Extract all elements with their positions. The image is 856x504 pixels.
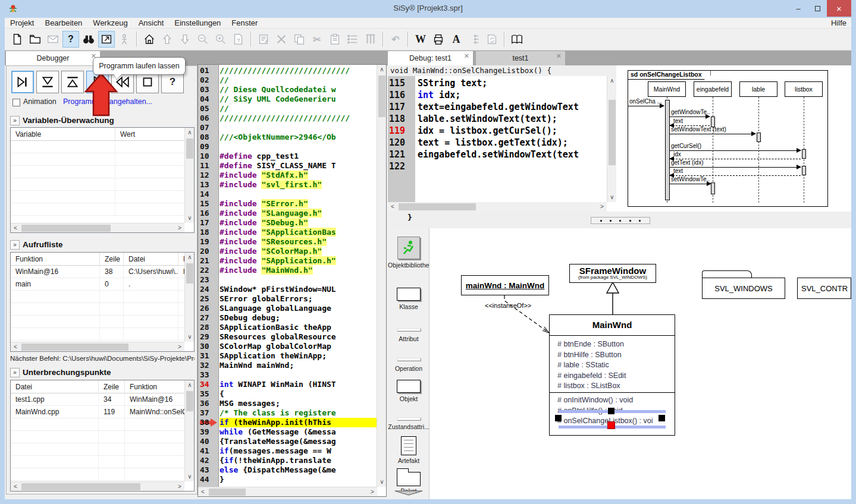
columns-icon[interactable] — [362, 31, 379, 48]
debug-code-vscrollbar[interactable]: ∧ ∨ — [607, 76, 616, 202]
line-number[interactable]: 23 — [198, 275, 217, 285]
menu-item-bearbeiten[interactable]: Bearbeiten — [39, 18, 87, 27]
line-number[interactable]: 03 — [198, 85, 217, 94]
class-operation[interactable]: # onInitWindow() : void — [557, 396, 633, 404]
column-header[interactable]: Variable — [11, 128, 115, 141]
operation-tool[interactable] — [397, 358, 421, 361]
palette-scroll-down-icon[interactable] — [394, 490, 424, 496]
line-number[interactable]: 06 — [198, 114, 217, 123]
line-number[interactable]: 44 — [198, 475, 217, 484]
paste-icon[interactable] — [327, 31, 343, 48]
section-expander[interactable]: » — [10, 240, 20, 250]
line-number[interactable]: 01 — [198, 66, 217, 75]
line-number[interactable]: 16 — [198, 209, 217, 218]
line-number[interactable]: 02 — [198, 75, 217, 85]
section-expander[interactable]: » — [10, 368, 20, 377]
run-to-end-button[interactable] — [11, 71, 34, 93]
line-number[interactable]: 08 — [198, 133, 217, 142]
line-number[interactable]: 18 — [198, 228, 217, 237]
table-row[interactable] — [11, 291, 195, 303]
editor-vscrollbar[interactable]: ∧ ∨ — [377, 65, 386, 487]
line-number[interactable]: 14 — [198, 190, 217, 199]
selection-handle[interactable] — [555, 415, 562, 421]
tab-test1[interactable]: test1 ✕ — [476, 51, 565, 65]
table-row[interactable] — [11, 328, 195, 341]
menu-item-einstellungen[interactable]: Einstellungen — [169, 18, 226, 27]
section-expander[interactable]: » — [10, 116, 20, 125]
class-attribute[interactable]: # lable : SStatic — [557, 361, 609, 369]
line-number[interactable]: 26 — [198, 304, 217, 313]
class-sframewindow[interactable]: SFrameWindow (from package SVL_WINDOWS) — [569, 264, 656, 283]
new-document-icon[interactable] — [9, 31, 26, 48]
table-row[interactable] — [11, 178, 186, 191]
go-down-icon[interactable] — [177, 31, 193, 48]
table-row[interactable]: main0. — [11, 278, 195, 291]
editor-hscrollbar[interactable]: < > — [198, 487, 377, 496]
column-header[interactable]: Wert — [115, 128, 186, 141]
lifeline-lable[interactable]: lable — [739, 81, 777, 97]
doc-help-icon[interactable]: ? — [230, 31, 247, 48]
line-number[interactable]: 13 — [198, 180, 217, 190]
undo-icon[interactable]: ↶ — [387, 31, 404, 48]
line-number[interactable]: 119 — [389, 125, 414, 137]
column-header[interactable]: Datei — [11, 380, 99, 393]
import-refs-icon[interactable] — [466, 31, 482, 48]
table-row[interactable] — [11, 443, 195, 456]
variables-table[interactable]: VariableWert∧∨<> — [10, 127, 195, 233]
class-attribute[interactable]: # eingabefeld : SEdit — [557, 371, 626, 380]
tab-close-icon[interactable]: ✕ — [556, 52, 562, 60]
zustand-tool[interactable] — [397, 417, 421, 420]
line-number[interactable]: 122 — [389, 160, 414, 172]
debug-code-view[interactable]: 115116117118119120121122 SString text;in… — [388, 76, 616, 202]
table-row[interactable]: WinMain@1638C:\Users\huwi\...hTl — [11, 266, 195, 278]
object-mainwnd[interactable]: mainWnd : MainWnd — [461, 275, 549, 295]
line-number[interactable]: 34 — [198, 380, 217, 389]
line-number[interactable]: 40 — [198, 437, 217, 446]
table-row[interactable] — [11, 303, 195, 316]
step-over-button[interactable] — [36, 71, 59, 93]
tab-debugger[interactable]: Debugger ✕ — [6, 51, 100, 65]
line-number[interactable]: 39 — [198, 427, 217, 437]
zoom-out-icon[interactable] — [195, 31, 211, 48]
person-icon[interactable] — [116, 31, 133, 48]
line-number[interactable]: 117 — [389, 101, 414, 113]
hscrollbar[interactable]: <> — [11, 342, 184, 351]
table-row[interactable] — [11, 418, 195, 431]
table-row[interactable] — [11, 203, 186, 216]
lifeline-eingabefeld[interactable]: eingabefeld — [694, 81, 732, 97]
line-number[interactable]: 07 — [198, 123, 217, 133]
tab-close-icon[interactable]: ✕ — [464, 52, 469, 60]
line-number[interactable]: 121 — [389, 149, 414, 160]
line-number[interactable]: 19 — [198, 237, 217, 247]
line-number[interactable]: 20 — [198, 247, 217, 256]
delete-icon[interactable] — [273, 31, 290, 48]
line-number[interactable]: 116 — [389, 89, 414, 101]
callstack-table[interactable]: FunktionZeileDateiParWinMain@1638C:\User… — [10, 252, 195, 352]
vscrollbar[interactable]: ∧∨ — [184, 253, 194, 342]
table-row[interactable] — [11, 468, 195, 481]
menu-item-fenster[interactable]: Fenster — [226, 18, 263, 27]
line-number[interactable]: 42 — [198, 456, 217, 465]
line-number[interactable]: 33 — [198, 370, 217, 380]
line-number[interactable]: 30 — [198, 342, 217, 351]
table-row[interactable] — [11, 316, 195, 328]
zoom-in-icon[interactable] — [212, 31, 229, 48]
line-number[interactable]: 37 — [198, 408, 217, 418]
line-number[interactable]: 32 — [198, 361, 217, 370]
reload-doc-icon[interactable] — [484, 31, 500, 48]
menu-item-ansicht[interactable]: Ansicht — [133, 18, 170, 27]
code-editor[interactable]: 0102030405060708091011121314151617181920… — [197, 64, 387, 497]
vscrollbar[interactable]: ∧∨ — [184, 380, 194, 481]
copy-icon[interactable] — [291, 31, 308, 48]
class-operation[interactable]: # onSelChangeListbox() : voi — [557, 417, 653, 425]
column-header[interactable]: Datei — [124, 253, 178, 266]
step-out-button[interactable] — [61, 71, 84, 93]
menu-item-werkzeug[interactable]: Werkzeug — [87, 18, 133, 27]
menu-hilfe[interactable]: Hilfe — [831, 18, 846, 27]
open-folder-icon[interactable] — [27, 31, 43, 48]
line-number[interactable]: 38 — [198, 418, 217, 427]
attribut-tool[interactable] — [397, 328, 421, 331]
debug-code-hscrollbar[interactable]: < > — [388, 202, 607, 212]
artefakt-tool[interactable] — [401, 436, 416, 455]
table-row[interactable]: MainWnd.cpp119MainWnd::onSelChangeLis — [11, 406, 195, 418]
